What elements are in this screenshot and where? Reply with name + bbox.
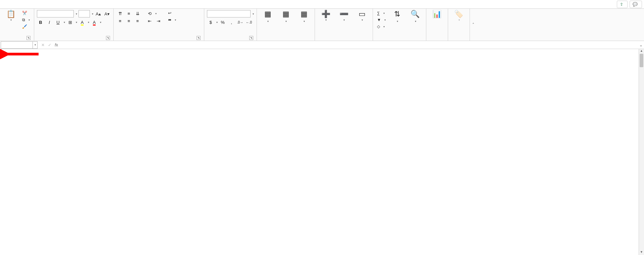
align-right-icon[interactable]: ≡ [134, 17, 141, 24]
group-label: ⬊ [116, 39, 201, 41]
number-format-combo[interactable] [207, 10, 251, 17]
font-color-button[interactable]: A [91, 19, 98, 26]
format-cells-button[interactable]: ▭ ▾ [354, 10, 370, 22]
cut-button[interactable]: ✂️ [21, 10, 31, 16]
copy-button[interactable]: ⧉ ▾ [21, 17, 31, 23]
chevron-down-icon: ▾ [175, 18, 176, 22]
formula-bar: ▾ ✕ ✓ fx ⌄ [0, 41, 644, 49]
wrap-text-button[interactable]: ↩ [167, 10, 177, 16]
dialog-launcher[interactable]: ⬊ [249, 36, 253, 40]
format-as-table-button[interactable]: ▦ ▾ [278, 10, 294, 23]
chevron-down-icon: ▾ [384, 18, 386, 22]
dialog-launcher[interactable]: ⬊ [197, 36, 201, 40]
cancel-formula-button[interactable]: ✕ [40, 43, 46, 47]
group-label: ⬊ [207, 39, 254, 41]
copy-icon: ⧉ [22, 17, 25, 22]
group-editing: ∑ ▾ ▼ ▾ ◇ ▾ ⇅ ▾ [373, 9, 426, 41]
group-styles: ▦ ▾ ▦ ▾ ▦ ▾ [257, 9, 315, 41]
scissors-icon: ✂️ [22, 11, 27, 15]
share-button[interactable]: ⇪ [617, 1, 628, 8]
group-label: ⬊ [3, 39, 31, 41]
chevron-down-icon[interactable]: ▾ [76, 21, 77, 24]
conditional-formatting-icon: ▦ [264, 10, 271, 18]
align-center-icon[interactable]: ≡ [125, 17, 132, 24]
selection-outline [0, 49, 1, 50]
percent-format-icon[interactable]: % [219, 19, 226, 26]
paste-icon: 📋 [6, 10, 15, 18]
font-size-combo[interactable] [78, 10, 90, 17]
sort-filter-button[interactable]: ⇅ ▾ [389, 10, 405, 23]
chevron-down-icon[interactable]: ▾ [92, 12, 93, 15]
expand-formula-bar[interactable]: ⌄ [638, 43, 644, 47]
fill-button[interactable]: ▼ ▾ [376, 17, 387, 23]
conditional-formatting-button[interactable]: ▦ ▾ [260, 10, 276, 23]
chevron-down-icon[interactable]: ▾ [76, 12, 77, 15]
name-box-dropdown[interactable]: ▾ [33, 41, 38, 49]
chevron-down-icon[interactable]: ▾ [64, 21, 65, 24]
share-icon: ⇪ [620, 2, 623, 7]
group-label [451, 39, 467, 41]
align-bottom-icon[interactable]: ⇊ [134, 10, 141, 17]
fill-color-button[interactable]: A [78, 19, 86, 26]
insert-cells-button[interactable]: ➕ ▾ [318, 10, 334, 22]
merge-center-button[interactable]: ⬌ ▾ [167, 17, 177, 23]
increase-decimal-icon[interactable]: .0→ [236, 19, 244, 26]
ribbon-tabs: ⇪ 💬 [0, 0, 644, 9]
vertical-scrollbar[interactable]: ▲ ▼ [639, 49, 644, 255]
dialog-launcher[interactable]: ⬊ [106, 36, 110, 40]
format-icon: ▭ [359, 10, 366, 18]
analyze-data-button[interactable]: 📊 [429, 10, 445, 19]
underline-button[interactable]: U [54, 19, 62, 26]
scroll-thumb[interactable] [640, 54, 643, 67]
decrease-font-icon[interactable]: A▾ [103, 10, 111, 17]
chevron-down-icon: ▾ [10, 19, 12, 22]
autosum-button[interactable]: ∑ ▾ [376, 10, 387, 16]
chevron-down-icon[interactable]: ▾ [155, 12, 157, 15]
align-left-icon[interactable]: ≡ [116, 17, 124, 24]
find-select-button[interactable]: 🔍 ▾ [407, 10, 423, 23]
formula-input[interactable] [60, 41, 638, 49]
comments-button[interactable]: 💬 [630, 1, 642, 8]
table-icon: ▦ [282, 10, 289, 18]
bold-button[interactable]: B [37, 19, 44, 26]
increase-font-icon[interactable]: A▴ [95, 10, 102, 17]
eraser-icon: ◇ [377, 24, 380, 29]
chevron-down-icon[interactable]: ▾ [88, 21, 89, 24]
collapse-ribbon-button[interactable]: ˄ [470, 9, 477, 41]
paste-button[interactable]: 📋 ▾ [3, 10, 19, 22]
name-box[interactable] [1, 41, 33, 49]
chevron-down-icon: ▾ [383, 25, 385, 28]
scroll-up-button[interactable]: ▲ [639, 49, 644, 54]
orientation-icon[interactable]: ⟲ [146, 10, 153, 17]
wrap-text-icon: ↩ [168, 11, 171, 15]
decrease-decimal-icon[interactable]: ←.0 [245, 19, 253, 26]
scroll-down-button[interactable]: ▼ [639, 250, 644, 255]
chevron-down-icon[interactable]: ▾ [216, 21, 218, 24]
align-top-icon[interactable]: ⇈ [116, 10, 124, 17]
sensitivity-button[interactable]: 🏷️ ▾ [451, 10, 467, 22]
decrease-indent-icon[interactable]: ⇤ [146, 17, 153, 24]
annotation-arrow [0, 49, 40, 59]
italic-button[interactable]: I [46, 19, 53, 26]
delete-cells-button[interactable]: ➖ ▾ [336, 10, 352, 22]
accounting-format-icon[interactable]: $ [207, 19, 214, 26]
format-painter-button[interactable]: 🖌️ [21, 24, 31, 30]
group-label [429, 39, 445, 41]
enter-formula-button[interactable]: ✓ [46, 43, 53, 47]
comma-format-icon[interactable]: , [228, 19, 235, 26]
tag-icon: 🏷️ [454, 10, 463, 18]
group-font: ▾ ▾ A▴ A▾ B I U ▾ ⊞ ▾ A ▾ A ▾ [34, 9, 114, 41]
group-alignment: ⇈ ≡ ⇊ ⟲ ▾ ≡ ≡ ≡ ⇤ ⇥ ↩ [114, 9, 204, 41]
group-label [376, 39, 423, 41]
clear-button[interactable]: ◇ ▾ [376, 24, 387, 30]
align-middle-icon[interactable]: ≡ [125, 10, 132, 17]
chevron-down-icon[interactable]: ▾ [253, 12, 254, 15]
border-button[interactable]: ⊞ [66, 19, 74, 26]
font-name-combo[interactable] [37, 10, 74, 17]
dialog-launcher[interactable]: ⬊ [26, 36, 31, 40]
cell-styles-button[interactable]: ▦ ▾ [296, 10, 312, 23]
increase-indent-icon[interactable]: ⇥ [155, 17, 162, 24]
fill-handle[interactable] [0, 49, 2, 51]
chevron-down-icon[interactable]: ▾ [100, 21, 101, 24]
fx-button[interactable]: fx [53, 43, 60, 47]
